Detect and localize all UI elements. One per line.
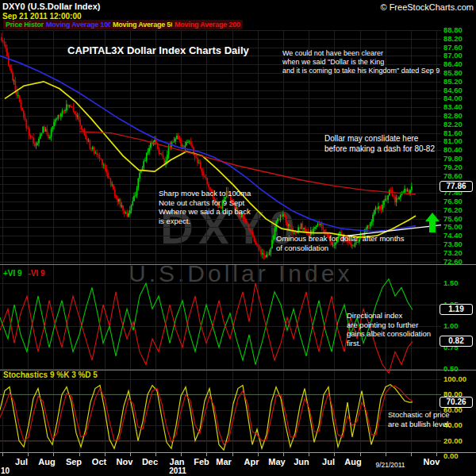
stochastic-note-annotation: Stochastic of price are at bullish level… [388, 410, 451, 428]
consolidate-annotation: Dollar may conslidate here before making… [324, 133, 435, 154]
x-axis-month-label: Dec [138, 457, 162, 466]
x-axis-month-label: Aug [341, 457, 365, 466]
x-axis-month-label: Sep [62, 457, 86, 466]
vi-minus-label: -VI 9 [28, 269, 44, 278]
x-axis-date-label: 9/21/2011 [373, 461, 408, 469]
legend-item-moving-average-200[interactable]: Moving Average 200 [172, 20, 243, 29]
directional-index-annotation: Directional index are pointing to furthe… [347, 311, 431, 347]
legend-item-moving-average-100[interactable]: Moving Average 100 [44, 20, 114, 29]
chart-title-annotation: CAPITAL3X Dollar Index Charts Daily [67, 44, 249, 56]
x-axis-month-label: Mar [212, 457, 236, 466]
x-axis-month-label: Feb [190, 457, 213, 466]
x-axis-month-label: Nov [420, 457, 443, 466]
vortex-panel-header: +VI 9 -VI 9 [3, 269, 45, 278]
x-axis-month-label: Nov [113, 457, 136, 466]
x-axis-month-label: Apr [240, 457, 263, 466]
x-axis-month-label: Jun [290, 457, 313, 466]
king-annotation: We could not have been clearer when we s… [282, 49, 440, 75]
copyright-label: © FreeStockCharts.com [380, 2, 474, 12]
ominous-break-annotation: Ominous break for dollar. after months o… [276, 234, 405, 252]
legend-item-moving-average-50[interactable]: Moving Average 50 [110, 20, 177, 29]
x-axis-year-label: 10 [1, 466, 10, 475]
chart-application-window: DXY0 (U.S.Dollar Index) © FreeStockChart… [0, 0, 476, 476]
x-axis-month-label: Aug [35, 457, 59, 466]
series-legend: Price HistoryMoving Average 100Moving Av… [0, 20, 476, 29]
sharp-move-annotation: Sharp move back to 100ma Note out charts… [159, 189, 251, 225]
stochastics-panel-header: Stochastics 9 %K 3 %D 5 [3, 370, 98, 379]
x-axis-month-label: Jul [10, 457, 33, 466]
symbol-title: DXY0 (U.S.Dollar Index) [2, 2, 100, 11]
x-axis-year-label: 2011 [166, 466, 190, 475]
vi-plus-label: +VI 9 [3, 269, 22, 278]
x-axis-month-label: May [265, 457, 289, 466]
x-axis-month-label: Jan [165, 457, 189, 466]
x-axis-month-label: Oct [87, 457, 111, 466]
x-axis-month-label: Jul [317, 457, 340, 466]
